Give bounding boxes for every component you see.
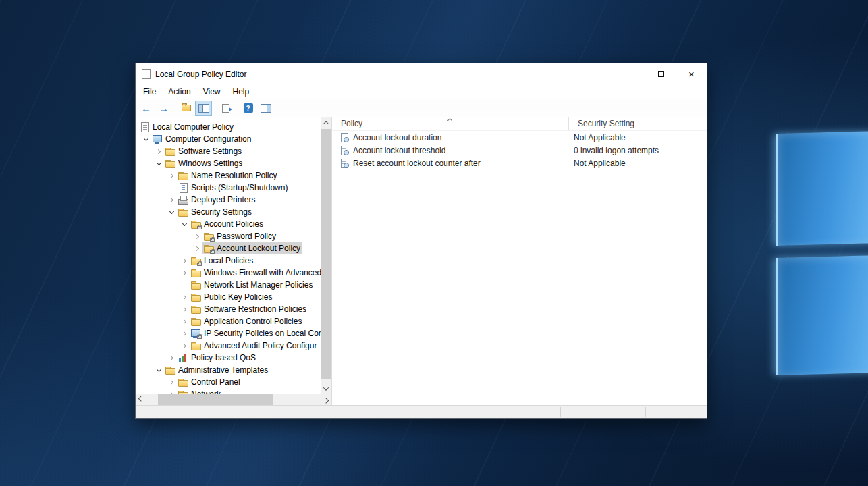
tree-item[interactable]: Account Lockout Policy bbox=[136, 242, 321, 254]
tree-item-label: Software Restriction Policies bbox=[204, 304, 306, 314]
list-row[interactable]: Reset account lockout counter afterNot A… bbox=[332, 157, 707, 169]
tree-item[interactable]: Software Settings bbox=[136, 145, 321, 157]
list-row[interactable]: Account lockout durationNot Applicable bbox=[332, 131, 707, 144]
chevron-placeholder bbox=[167, 182, 177, 194]
tree-item[interactable]: Local Policies bbox=[136, 254, 321, 267]
help-glyph: ? bbox=[246, 105, 250, 112]
chevron-right-icon[interactable] bbox=[180, 267, 190, 279]
maximize-button[interactable] bbox=[646, 64, 676, 84]
menu-view[interactable]: View bbox=[197, 85, 227, 99]
tree-item-label: Administrative Templates bbox=[178, 365, 268, 375]
horizontal-scroll-thumb[interactable] bbox=[158, 394, 273, 405]
policy-icon bbox=[340, 145, 350, 155]
menu-help[interactable]: Help bbox=[227, 85, 256, 99]
menu-action[interactable]: Action bbox=[162, 85, 196, 99]
tree-item[interactable]: Windows Firewall with Advanced bbox=[136, 267, 321, 279]
tree-item-label: Local Policies bbox=[204, 256, 253, 265]
chevron-right-icon[interactable] bbox=[180, 303, 190, 315]
tree-item-label: Security Settings bbox=[191, 207, 252, 217]
chevron-right-icon[interactable] bbox=[167, 388, 177, 394]
menu-bar: FileActionViewHelp bbox=[136, 84, 707, 99]
chevron-right-icon[interactable] bbox=[167, 194, 177, 206]
tree-item-label: Password Policy bbox=[217, 232, 276, 241]
action-pane-icon bbox=[261, 104, 271, 113]
tree-item[interactable]: Computer Configuration bbox=[136, 133, 321, 145]
chevron-down-icon[interactable] bbox=[154, 364, 164, 376]
list-row[interactable]: Account lockout threshold0 invalid logon… bbox=[332, 144, 707, 157]
chevron-down-icon[interactable] bbox=[154, 157, 164, 169]
tree-item-label: Local Computer Policy bbox=[153, 122, 234, 132]
list-rows: Account lockout durationNot ApplicableAc… bbox=[332, 131, 707, 405]
horizontal-scroll-track[interactable] bbox=[146, 394, 321, 405]
vertical-scroll-thumb[interactable] bbox=[321, 129, 331, 379]
folder-icon bbox=[190, 292, 201, 302]
tree-item[interactable]: Name Resolution Policy bbox=[136, 169, 321, 182]
tree-item[interactable]: Network bbox=[136, 388, 321, 394]
chevron-right-icon[interactable] bbox=[192, 230, 202, 242]
folder-icon bbox=[165, 158, 175, 169]
policy-setting: Not Applicable bbox=[569, 133, 670, 142]
policy-setting: 0 invalid logon attempts bbox=[569, 146, 670, 155]
tree-item[interactable]: Administrative Templates bbox=[136, 364, 321, 376]
chevron-right-icon[interactable] bbox=[180, 291, 190, 303]
tree-item-label: Name Resolution Policy bbox=[191, 171, 277, 180]
scroll-up-button[interactable] bbox=[321, 117, 331, 128]
show-console-tree-button[interactable] bbox=[195, 101, 212, 116]
title-bar[interactable]: Local Group Policy Editor × bbox=[136, 63, 707, 84]
minimize-button[interactable] bbox=[616, 64, 646, 84]
column-header-security-setting[interactable]: Security Setting bbox=[569, 117, 670, 130]
tree-item[interactable]: Policy-based QoS bbox=[136, 352, 321, 364]
chevron-down-icon[interactable] bbox=[141, 133, 151, 145]
chevron-right-icon[interactable] bbox=[167, 352, 177, 364]
tree-item[interactable]: Security Settings bbox=[136, 206, 321, 218]
tree-item[interactable]: Account Policies bbox=[136, 218, 321, 230]
folder-icon bbox=[190, 340, 201, 351]
chevron-right-icon[interactable] bbox=[180, 327, 190, 340]
chevron-right-icon[interactable] bbox=[180, 340, 190, 352]
help-button[interactable]: ? bbox=[240, 101, 256, 116]
forward-button[interactable]: → bbox=[155, 101, 172, 116]
tree-item[interactable]: Software Restriction Policies bbox=[136, 303, 321, 315]
chevron-right-icon[interactable] bbox=[154, 145, 164, 157]
tree-item[interactable]: Advanced Audit Policy Configur bbox=[136, 340, 321, 352]
tree-item[interactable]: Windows Settings bbox=[136, 157, 321, 169]
tree-item[interactable]: Scripts (Startup/Shutdown) bbox=[136, 182, 321, 194]
export-list-button[interactable] bbox=[217, 101, 234, 116]
folder-lock-icon bbox=[190, 219, 201, 230]
tree-item[interactable]: Network List Manager Policies bbox=[136, 279, 321, 291]
scroll-down-button[interactable] bbox=[321, 383, 331, 394]
chevron-down-icon[interactable] bbox=[167, 206, 177, 218]
chevron-placeholder bbox=[180, 279, 190, 291]
tree-item-label: Account Lockout Policy bbox=[217, 244, 300, 253]
tree-item[interactable]: Control Panel bbox=[136, 376, 321, 388]
chevron-right-icon[interactable] bbox=[192, 242, 202, 254]
scroll-up-icon bbox=[323, 121, 329, 126]
tree-item[interactable]: Application Control Policies bbox=[136, 315, 321, 327]
scroll-left-button[interactable] bbox=[136, 394, 146, 405]
tree-item[interactable]: Deployed Printers bbox=[136, 194, 321, 206]
chevron-right-icon[interactable] bbox=[180, 315, 190, 327]
chevron-right-icon[interactable] bbox=[180, 254, 190, 267]
chevron-right-icon[interactable] bbox=[167, 169, 177, 182]
printer-icon bbox=[178, 194, 188, 205]
chevron-right-icon[interactable] bbox=[167, 376, 177, 388]
show-action-pane-button[interactable] bbox=[257, 101, 274, 116]
tree-item[interactable]: Password Policy bbox=[136, 230, 321, 242]
column-header-policy[interactable]: Policy bbox=[332, 117, 569, 130]
tree-vertical-scrollbar[interactable] bbox=[321, 117, 331, 394]
tree-horizontal-scrollbar[interactable] bbox=[136, 394, 331, 405]
tree-item[interactable]: Public Key Policies bbox=[136, 291, 321, 303]
tree-item[interactable]: Local Computer Policy bbox=[136, 121, 321, 133]
policy-icon bbox=[340, 158, 350, 168]
back-button[interactable]: ← bbox=[138, 101, 155, 116]
forward-icon: → bbox=[159, 103, 169, 113]
menu-file[interactable]: File bbox=[137, 85, 162, 99]
windows-logo-pane-bottom bbox=[776, 255, 868, 375]
scroll-right-button[interactable] bbox=[321, 394, 331, 405]
chevron-down-icon[interactable] bbox=[180, 218, 190, 230]
close-button[interactable]: × bbox=[676, 64, 707, 84]
tree-item[interactable]: IP Security Policies on Local Con bbox=[136, 327, 321, 340]
tree-item-label: Account Policies bbox=[204, 219, 263, 229]
folder-lock-icon bbox=[203, 243, 214, 254]
up-one-level-button[interactable]: ↑ bbox=[178, 101, 194, 116]
